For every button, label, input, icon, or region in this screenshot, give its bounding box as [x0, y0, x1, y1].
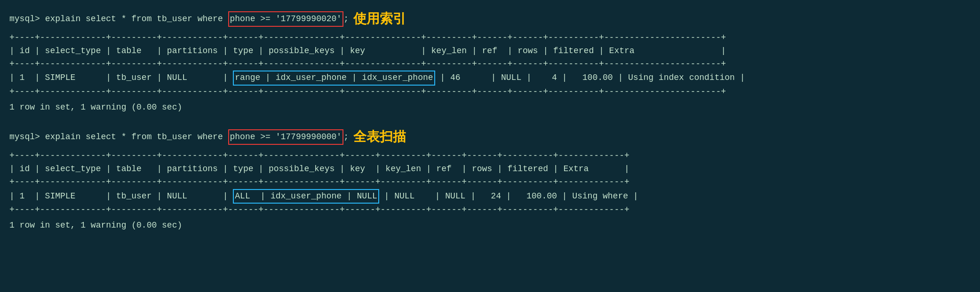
- chinese-label-2: 全表扫描: [353, 126, 406, 148]
- separator3-1: +----+-------------+---------+----------…: [9, 86, 971, 99]
- data-before-2: | 1 | SIMPLE | tb_user | NULL |: [9, 190, 233, 203]
- cmd-before-2: explain select * from tb_user where: [45, 130, 228, 144]
- cmd-before-1: explain select * from tb_user where: [45, 12, 228, 26]
- separator1-1: +----+-------------+---------+----------…: [9, 32, 971, 45]
- data-highlight-blue-1: range | idx_user_phone | idx_user_phone: [233, 71, 435, 86]
- gap: [9, 119, 971, 126]
- phone-highlight-red-2: phone >= '17799990000': [228, 129, 344, 145]
- data-after-1: | 46 | NULL | 4 | 100.00 | Using index c…: [435, 71, 745, 85]
- cmd-after-1: ;: [343, 12, 349, 26]
- prompt-1: mysql>: [9, 12, 45, 26]
- query-block-2: mysql> explain select * from tb_user whe…: [9, 126, 971, 232]
- footer-2: 1 row in set, 1 warning (0.00 sec): [9, 219, 971, 232]
- data-row-2: | 1 | SIMPLE | tb_user | NULL | ALL | id…: [9, 189, 971, 204]
- cmd-after-2: ;: [343, 130, 349, 144]
- separator1-2: +----+-------------+---------+----------…: [9, 150, 971, 163]
- command-line-1: mysql> explain select * from tb_user whe…: [9, 8, 971, 30]
- command-line-2: mysql> explain select * from tb_user whe…: [9, 126, 971, 148]
- chinese-label-1: 使用索引: [353, 8, 406, 30]
- data-highlight-blue-2: ALL | idx_user_phone | NULL: [233, 189, 379, 204]
- footer-1: 1 row in set, 1 warning (0.00 sec): [9, 101, 971, 114]
- data-after-2: | NULL | NULL | 24 | 100.00 | Using wher…: [379, 190, 638, 203]
- separator2-1: +----+-------------+---------+----------…: [9, 58, 971, 71]
- prompt-2: mysql>: [9, 130, 45, 144]
- query-block-1: mysql> explain select * from tb_user whe…: [9, 8, 971, 114]
- header-2: | id | select_type | table | partitions …: [9, 163, 971, 176]
- data-row-1: | 1 | SIMPLE | tb_user | NULL | range | …: [9, 71, 971, 86]
- separator2-2: +----+-------------+---------+----------…: [9, 176, 971, 189]
- phone-highlight-red-1: phone >= '17799990020': [228, 11, 344, 27]
- data-before-1: | 1 | SIMPLE | tb_user | NULL |: [9, 71, 233, 85]
- header-1: | id | select_type | table | partitions …: [9, 45, 971, 58]
- separator3-2: +----+-------------+---------+----------…: [9, 204, 971, 217]
